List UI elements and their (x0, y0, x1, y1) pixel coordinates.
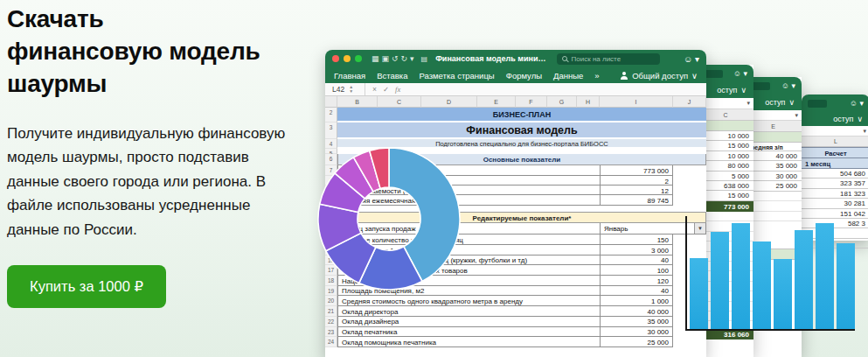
cell: 323 357 (802, 178, 868, 188)
window4-titlebar: ☺ ▾ (802, 94, 868, 112)
sheet-row-23: 23Оклад печатника30 000 (325, 327, 706, 338)
empty-cell (673, 337, 706, 347)
row-value: 35 000 (600, 317, 673, 327)
donut-chart (315, 144, 463, 293)
smiley-icon[interactable]: ☺ ▾ (733, 69, 747, 78)
column-header-C: C (378, 96, 421, 108)
filter-arrow-icon[interactable]: ▾ (795, 112, 798, 119)
formula-strip: ▾ (802, 126, 868, 136)
sheet-row-20: 20Средняя стоимость одного квадратного м… (325, 296, 706, 306)
search-icon (562, 56, 567, 61)
smiley-icon[interactable]: ☺ ▾ (781, 81, 795, 90)
name-box[interactable]: L42 ▲▼ (325, 83, 365, 95)
ribbon-tab[interactable]: Главная (334, 71, 365, 80)
column-headers-row: BCDEFGHIJ (325, 96, 706, 108)
bar (753, 242, 771, 329)
feedback-smiley-button[interactable]: ☺ ▾ (684, 54, 699, 64)
month-dropdown-value: Январь (601, 223, 694, 234)
insert-function-icon[interactable]: fx (395, 85, 400, 94)
landing-page: { "hero": { "title": "Скачать\nфинансову… (0, 0, 868, 357)
search-box-fragment (704, 70, 723, 78)
row-label: Оклад директора (337, 306, 600, 317)
bar (774, 259, 792, 329)
row-value: 30 000 (600, 327, 673, 338)
row-label: Оклад помощника печатника (337, 337, 600, 347)
ribbon-tab[interactable]: » (594, 71, 599, 80)
share-button[interactable]: Общий доступ∨ (621, 71, 698, 80)
column-header-J: J (673, 96, 706, 108)
row-number: 3 (325, 122, 337, 139)
row-value: 150 (600, 234, 673, 245)
empty-cell (673, 165, 706, 176)
ribbon-tab[interactable]: Данные (553, 71, 583, 80)
bar (837, 243, 855, 329)
merged-header-cell: Финансовая модель (337, 122, 706, 139)
name-box-stepper[interactable]: ▲▼ (349, 85, 353, 94)
cell: 504 680 (802, 169, 868, 178)
bar (732, 223, 750, 329)
hero-description: Получите индивидуальную финансовую модел… (7, 122, 304, 242)
column-header-E: E (477, 96, 516, 108)
row-number: 20 (325, 296, 337, 306)
empty-cell (673, 195, 706, 206)
row-number: 24 (325, 337, 337, 347)
row-value: 25 000 (600, 337, 673, 347)
row-label: Средняя стоимость одного квадратного мет… (337, 296, 600, 306)
cell: 181 323 (802, 189, 868, 199)
formula-bar: L42 ▲▼ × ✓ fx (325, 83, 706, 96)
calc-header: Расчет (802, 147, 868, 158)
titlebar: ▦▣↺↻▾ ▤ Финансовая модель мини… Поиск на… (325, 50, 706, 67)
ribbon-tab[interactable]: Вставка (377, 71, 407, 80)
row-number: 23 (325, 327, 337, 338)
row-label: Оклад дизайнера (337, 317, 600, 327)
column-header-G: G (547, 96, 577, 108)
quick-toolbar-icons[interactable]: ▦▣↺↻▾ (372, 54, 417, 63)
column-header-B: B (337, 96, 378, 108)
row-value: 3 000 (600, 245, 673, 256)
sheet-row-21: 21Оклад директора40 000 (325, 306, 706, 317)
cancel-icon[interactable]: × (372, 85, 377, 94)
row-number: 2 (325, 108, 337, 122)
column-header-F: F (516, 96, 547, 108)
row-value: 40 (600, 286, 673, 297)
enter-icon[interactable]: ✓ (383, 85, 389, 94)
bar (711, 232, 729, 329)
row-value: 100 (600, 265, 673, 276)
person-plus-icon (621, 72, 628, 79)
bar (690, 258, 708, 329)
column-header-I: I (600, 96, 673, 108)
ribbon-tab[interactable]: Формулы (506, 71, 542, 80)
smiley-icon[interactable]: ☺ ▾ (850, 99, 864, 108)
filter-arrow-icon[interactable]: ▾ (863, 128, 866, 135)
minimize-window-button[interactable] (344, 55, 351, 62)
row-value: 12 (600, 186, 673, 195)
workbook-icon: ▤ (421, 55, 428, 63)
search-box-fragment (751, 82, 770, 90)
ribbon-tab[interactable]: Разметка страницы (419, 71, 494, 80)
workbook-title: Финансовая модель мини… (435, 54, 545, 63)
sheet-search-input[interactable]: Поиск на листе (557, 53, 660, 65)
page-title: Скачать финансовую модель шаурмы (7, 4, 315, 101)
hero-section: Скачать финансовую модель шаурмы Получит… (7, 4, 315, 308)
row-value: 773 000 (600, 165, 673, 176)
row-value: 2 (600, 176, 673, 186)
search-box-fragment (808, 100, 827, 108)
share-row-fragment[interactable]: оступ∨ (802, 112, 868, 126)
column-header: L (802, 136, 868, 147)
sheet-row-2: 2БИЗНЕС-ПЛАН (325, 108, 706, 122)
row-number: 21 (325, 306, 337, 317)
bar (795, 230, 813, 329)
filter-arrow-icon[interactable]: ▾ (746, 100, 750, 107)
close-window-button[interactable] (332, 55, 339, 62)
cell: 30 281 (802, 199, 868, 208)
sheet-row-22: 22Оклад дизайнера35 000 (325, 317, 706, 327)
select-all-corner (325, 96, 337, 108)
buy-button[interactable]: Купить за 1000 ₽ (7, 265, 166, 308)
empty-cell (673, 176, 706, 186)
sheet-row-3: 3Финансовая модель (325, 122, 706, 139)
row-number: 22 (325, 317, 337, 327)
ribbon-tabs: ГлавнаяВставкаРазметка страницыФормулыДа… (325, 67, 706, 83)
row-value: 40 (600, 256, 673, 266)
zoom-window-button[interactable] (355, 55, 362, 62)
column-header-D: D (421, 96, 477, 108)
